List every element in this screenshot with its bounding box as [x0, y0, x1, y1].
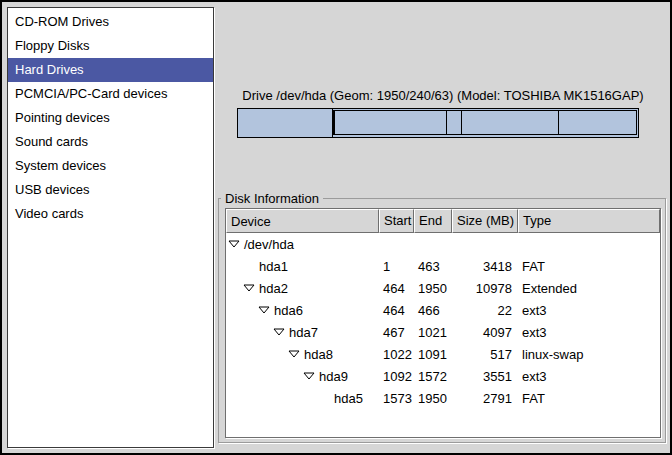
cell-size: 3418	[452, 259, 518, 274]
cell-device: hda8	[226, 347, 379, 362]
device-name-label: hda8	[304, 347, 333, 362]
cell-type: Extended	[518, 281, 660, 296]
sidebar-item-sound-cards[interactable]: Sound cards	[8, 130, 213, 154]
cell-size: 4097	[452, 325, 518, 340]
cell-end: 1572	[414, 369, 452, 384]
partition-segment-hda7[interactable]	[335, 111, 448, 134]
device-name-label: hda7	[289, 325, 318, 340]
sidebar-item-video-cards[interactable]: Video cards	[8, 202, 213, 226]
partition-bar	[237, 108, 639, 138]
partition-segment-hda1[interactable]	[238, 109, 333, 137]
sidebar-item-cd-rom-drives[interactable]: CD-ROM Drives	[8, 10, 213, 34]
column-header-type[interactable]: Type	[518, 209, 660, 233]
cell-device: hda7	[226, 325, 379, 340]
cell-type: ext3	[518, 325, 660, 340]
table-body: /dev/hdahda114633418FAThda2464195010978E…	[226, 233, 660, 437]
expander-icon[interactable]	[273, 328, 285, 336]
column-header-end[interactable]: End	[414, 209, 452, 233]
device-name-label: hda1	[259, 259, 288, 274]
cell-end: 463	[414, 259, 452, 274]
sidebar-item-pcmcia-pc-card-devices[interactable]: PCMCIA/PC-Card devices	[8, 82, 213, 106]
partition-segment-hda9[interactable]	[462, 111, 559, 134]
partition-segment-hda8[interactable]	[447, 111, 461, 134]
cell-start: 464	[379, 281, 414, 296]
cell-size: 2791	[452, 391, 518, 406]
cell-device: hda9	[226, 369, 379, 384]
cell-type: FAT	[518, 391, 660, 406]
cell-start: 1573	[379, 391, 414, 406]
cell-start: 1022	[379, 347, 414, 362]
expander-icon[interactable]	[228, 240, 240, 248]
cell-device: hda2	[226, 281, 379, 296]
sidebar-item-floppy-disks[interactable]: Floppy Disks	[8, 34, 213, 58]
table-row-dev-hda[interactable]: /dev/hda	[226, 233, 660, 255]
groupbox-title: Disk Information	[221, 191, 323, 206]
device-name-label: hda2	[259, 281, 288, 296]
expander-icon[interactable]	[288, 350, 300, 358]
cell-type: ext3	[518, 303, 660, 318]
partition-table: DeviceStartEndSize (MB)Type /dev/hdahda1…	[225, 208, 661, 438]
table-row-hda9[interactable]: hda9109215723551ext3	[226, 365, 660, 387]
cell-size: 10978	[452, 281, 518, 296]
table-row-hda8[interactable]: hda810221091517linux-swap	[226, 343, 660, 365]
cell-device: hda5	[226, 391, 379, 406]
device-category-list: CD-ROM DrivesFloppy DisksHard DrivesPCMC…	[7, 7, 214, 448]
table-row-hda1[interactable]: hda114633418FAT	[226, 255, 660, 277]
cell-type: linux-swap	[518, 347, 660, 362]
device-name-label: hda9	[319, 369, 348, 384]
table-row-hda5[interactable]: hda5157319502791FAT	[226, 387, 660, 409]
extended-partition-hda2	[333, 110, 637, 135]
cell-device: hda6	[226, 303, 379, 318]
expander-spacer	[318, 398, 334, 399]
hardware-browser-window: CD-ROM DrivesFloppy DisksHard DrivesPCMC…	[0, 0, 672, 455]
cell-end: 1950	[414, 391, 452, 406]
cell-start: 1092	[379, 369, 414, 384]
column-header-device[interactable]: Device	[226, 209, 379, 233]
cell-end: 1950	[414, 281, 452, 296]
cell-start: 464	[379, 303, 414, 318]
table-row-hda7[interactable]: hda746710214097ext3	[226, 321, 660, 343]
cell-end: 1091	[414, 347, 452, 362]
expander-icon[interactable]	[243, 284, 255, 292]
device-name-label: hda6	[274, 303, 303, 318]
drive-summary: Drive /dev/hda (Geom: 1950/240/63) (Mode…	[223, 88, 663, 103]
expander-icon[interactable]	[303, 372, 315, 380]
cell-start: 467	[379, 325, 414, 340]
table-row-hda2[interactable]: hda2464195010978Extended	[226, 277, 660, 299]
column-header-size-mb[interactable]: Size (MB)	[452, 209, 518, 233]
cell-device: hda1	[226, 259, 379, 274]
disk-information-groupbox: Disk Information DeviceStartEndSize (MB)…	[218, 198, 666, 443]
device-name-label: hda5	[334, 391, 363, 406]
cell-type: FAT	[518, 259, 660, 274]
expander-icon[interactable]	[258, 306, 270, 314]
cell-size: 517	[452, 347, 518, 362]
cell-start: 1	[379, 259, 414, 274]
cell-device: /dev/hda	[226, 237, 379, 252]
cell-size: 22	[452, 303, 518, 318]
column-header-start[interactable]: Start	[379, 209, 414, 233]
cell-end: 1021	[414, 325, 452, 340]
partition-segment-hda5[interactable]	[559, 111, 636, 134]
cell-type: ext3	[518, 369, 660, 384]
expander-spacer	[243, 266, 259, 267]
table-row-hda6[interactable]: hda646446622ext3	[226, 299, 660, 321]
sidebar-item-hard-drives[interactable]: Hard Drives	[8, 58, 213, 82]
device-name-label: /dev/hda	[244, 237, 294, 252]
sidebar-item-usb-devices[interactable]: USB devices	[8, 178, 213, 202]
table-header: DeviceStartEndSize (MB)Type	[226, 209, 660, 233]
cell-size: 3551	[452, 369, 518, 384]
sidebar-item-pointing-devices[interactable]: Pointing devices	[8, 106, 213, 130]
sidebar-item-system-devices[interactable]: System devices	[8, 154, 213, 178]
cell-end: 466	[414, 303, 452, 318]
